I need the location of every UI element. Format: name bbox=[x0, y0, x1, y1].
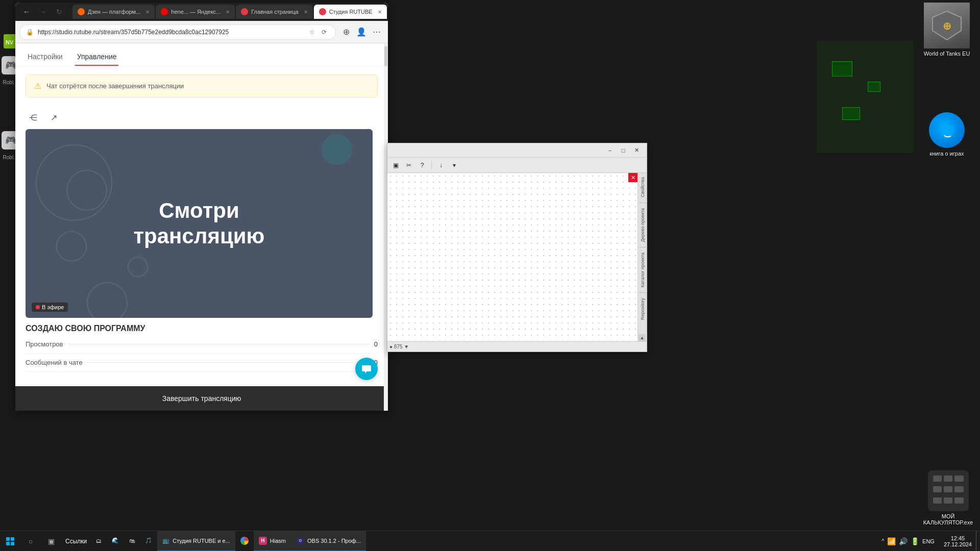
svg-text:NV: NV bbox=[6, 39, 14, 45]
edge-icon-image bbox=[929, 112, 965, 148]
taskbar-app-hiasm[interactable]: H Hiasm bbox=[254, 531, 291, 552]
project-tree-label[interactable]: Дерево проекта bbox=[639, 206, 646, 244]
taskbar-app-explorer[interactable]: 🗂 bbox=[91, 531, 107, 552]
tool-btn-1[interactable]: ▣ bbox=[389, 159, 402, 171]
browser-nav-area: ← → ↻ bbox=[19, 5, 66, 19]
taskbar-app-music[interactable]: 🎵 bbox=[140, 531, 157, 552]
windows-logo-icon bbox=[6, 537, 15, 546]
edge-taskbar-icon: 🌊 bbox=[112, 537, 119, 544]
task-view-button[interactable]: ▣ bbox=[41, 531, 61, 552]
chat-button[interactable] bbox=[355, 358, 378, 380]
language-indicator[interactable]: ENG bbox=[922, 538, 935, 544]
repository-label[interactable]: Repository bbox=[639, 296, 646, 322]
tool-minimize[interactable]: − bbox=[604, 145, 616, 156]
calculator-label: МОЙ КАЛЬКУЛЯТОР.exe bbox=[919, 513, 977, 525]
hiasm-taskbar-icon: H bbox=[259, 537, 267, 545]
tool-btn-down[interactable]: ↓ bbox=[435, 159, 447, 171]
panel-divider bbox=[639, 203, 646, 203]
tab-dzen[interactable]: Дзен — платформ... ✕ bbox=[72, 5, 155, 19]
taskbar-search[interactable]: ○ bbox=[20, 531, 41, 552]
canvas-close-btn[interactable]: ✕ bbox=[628, 173, 638, 182]
tab-main[interactable]: Главная страница ✕ bbox=[236, 5, 312, 19]
profile-icon[interactable]: 👤 bbox=[354, 25, 369, 39]
toolbar-separator bbox=[431, 160, 432, 170]
live-badge: В эфире bbox=[32, 303, 68, 312]
show-desktop-button[interactable] bbox=[976, 531, 980, 552]
tool-btn-help[interactable]: ? bbox=[416, 159, 428, 171]
address-bar[interactable]: 🔒 https://studio.rutube.ru/stream/357d5b… bbox=[19, 24, 336, 40]
tab-yandex-favicon bbox=[161, 8, 168, 15]
tray-network-icon[interactable]: 📶 bbox=[887, 537, 896, 545]
end-stream-button[interactable]: Завершить трансляцию bbox=[15, 386, 388, 411]
external-link-button[interactable]: ↗ bbox=[46, 110, 61, 125]
properties-panel-label[interactable]: Свойства bbox=[639, 175, 646, 199]
rutube-taskbar-label: Студия RUTUBE и е... bbox=[173, 538, 230, 544]
tab-main-close[interactable]: ✕ bbox=[304, 9, 308, 15]
calc-key-7 bbox=[933, 497, 942, 504]
clock-time: 12:45 bbox=[951, 535, 965, 541]
hiasm-taskbar-label: Hiasm bbox=[270, 538, 286, 544]
back-button[interactable]: ← bbox=[19, 5, 34, 19]
forward-button[interactable]: → bbox=[36, 5, 50, 19]
tool-canvas[interactable]: ✕ bbox=[387, 173, 638, 341]
taskbar-running-apps: 🗂 🌊 🛍 🎵 📺 Студия RUTUBE и е... H Hiasm bbox=[91, 531, 876, 551]
obs-taskbar-icon: ⊙ bbox=[296, 537, 304, 545]
edge-desktop-icon[interactable]: книга о играх bbox=[916, 112, 977, 157]
taskbar-app-chrome[interactable] bbox=[235, 531, 254, 552]
tool-close[interactable]: ✕ bbox=[630, 145, 643, 156]
tab-main-favicon bbox=[241, 8, 248, 15]
taskbar-app-obs[interactable]: ⊙ OBS 30.1.2 - Проф... bbox=[291, 531, 366, 552]
live-dot bbox=[36, 305, 40, 309]
calc-key-9 bbox=[954, 497, 963, 504]
taskbar-links[interactable]: Ссылки bbox=[61, 531, 91, 551]
desktop: ⊕ World of Tanks EU книга о играх NV 🎮 R… bbox=[0, 0, 980, 551]
taskbar-clock[interactable]: 12:45 27.12.2024 bbox=[940, 535, 976, 547]
taskbar-app-store[interactable]: 🛍 bbox=[124, 531, 140, 552]
svg-rect-5 bbox=[11, 537, 14, 541]
tool-win-controls: − □ ✕ bbox=[604, 145, 643, 156]
refresh-icon[interactable]: ⟳ bbox=[319, 27, 329, 37]
warning-icon: ⚠ bbox=[34, 81, 41, 91]
tool-content: ✕ Свойства Дерево проекта Каталог проект… bbox=[387, 173, 647, 341]
wot-icon-label: World of Tanks EU bbox=[924, 51, 970, 57]
circuit-chip bbox=[832, 61, 852, 77]
calc-key-1 bbox=[933, 475, 942, 482]
tab-main-label: Главная страница bbox=[251, 9, 298, 15]
tab-rutube-close[interactable]: ✕ bbox=[378, 9, 382, 15]
chat-messages-label: Сообщений в чате bbox=[26, 359, 83, 366]
warning-text: Чат сотрётся после завершения трансляции bbox=[46, 82, 184, 90]
wot-desktop-icon[interactable]: ⊕ World of Tanks EU bbox=[916, 3, 977, 57]
browser-toolbar-icons: ⊕ 👤 ⋯ bbox=[339, 25, 384, 39]
tool-titlebar: − □ ✕ bbox=[387, 143, 647, 158]
tab-rutube-label: Студия RUTUBE bbox=[329, 9, 373, 15]
rutube-navigation: Настройки Управление bbox=[15, 43, 388, 66]
obs-taskbar-label: OBS 30.1.2 - Проф... bbox=[307, 538, 361, 544]
tab-dzen-favicon bbox=[78, 8, 85, 15]
taskbar-app-rutube[interactable]: 📺 Студия RUTUBE и е... bbox=[157, 531, 235, 552]
svg-rect-7 bbox=[11, 542, 14, 545]
nav-control[interactable]: Управление bbox=[75, 48, 119, 66]
tool-btn-dropdown[interactable]: ▾ bbox=[448, 159, 460, 171]
panel-divider-2 bbox=[639, 247, 646, 247]
panel-expand-btn[interactable]: ▲ bbox=[639, 334, 646, 341]
start-button[interactable] bbox=[0, 531, 20, 552]
tab-dzen-close[interactable]: ✕ bbox=[145, 9, 150, 15]
reload-button[interactable]: ↻ bbox=[52, 5, 66, 19]
taskbar-app-edge[interactable]: 🌊 bbox=[107, 531, 124, 552]
tray-battery-icon[interactable]: 🔋 bbox=[911, 537, 919, 545]
tool-maximize[interactable]: □ bbox=[617, 145, 629, 156]
nav-settings[interactable]: Настройки bbox=[26, 48, 65, 66]
share-button[interactable]: ⋲ bbox=[26, 110, 41, 125]
extensions-icon[interactable]: ⊕ bbox=[339, 25, 353, 39]
project-catalog-label[interactable]: Каталог проекта bbox=[639, 251, 646, 289]
tray-expand-icon[interactable]: ^ bbox=[881, 538, 884, 544]
end-stream-label: Завершить трансляцию bbox=[162, 394, 241, 403]
tab-yandex-close[interactable]: ✕ bbox=[226, 9, 230, 15]
tool-btn-scissors[interactable]: ✂ bbox=[403, 159, 415, 171]
bookmark-icon[interactable]: ☆ bbox=[307, 27, 317, 37]
tray-volume-icon[interactable]: 🔊 bbox=[899, 537, 908, 545]
more-options-icon[interactable]: ⋯ bbox=[370, 25, 384, 39]
tab-rutube[interactable]: Студия RUTUBE ✕ bbox=[314, 5, 387, 19]
tab-yandex[interactable]: hene... — Яндекс... ✕ bbox=[156, 5, 235, 19]
calculator-desktop-icon[interactable]: МОЙ КАЛЬКУЛЯТОР.exe bbox=[919, 470, 977, 525]
